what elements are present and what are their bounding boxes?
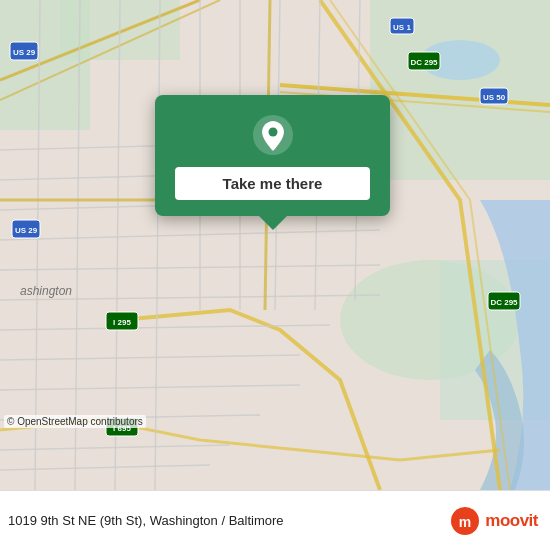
map-container: US 29 US 29 US 1 US 50 DC 295 DC 295 I 2… [0, 0, 550, 490]
moovit-brand-icon: m [450, 506, 480, 536]
location-pin-icon [251, 113, 295, 157]
moovit-logo: m moovit [450, 506, 538, 536]
svg-text:m: m [459, 514, 471, 530]
svg-text:ashington: ashington [20, 284, 72, 298]
svg-text:DC 295: DC 295 [490, 298, 518, 307]
moovit-label: moovit [485, 511, 538, 531]
bottom-bar: 1019 9th St NE (9th St), Washington / Ba… [0, 490, 550, 550]
map-attribution: © OpenStreetMap contributors [4, 415, 146, 428]
svg-text:US 1: US 1 [393, 23, 411, 32]
svg-text:I 295: I 295 [113, 318, 131, 327]
take-me-there-button[interactable]: Take me there [175, 167, 370, 200]
popup-card: Take me there [155, 95, 390, 216]
svg-text:DC 295: DC 295 [410, 58, 438, 67]
address-text: 1019 9th St NE (9th St), Washington / Ba… [8, 513, 450, 528]
svg-text:US 50: US 50 [483, 93, 506, 102]
svg-point-52 [268, 128, 277, 137]
svg-text:US 29: US 29 [15, 226, 38, 235]
svg-text:US 29: US 29 [13, 48, 36, 57]
